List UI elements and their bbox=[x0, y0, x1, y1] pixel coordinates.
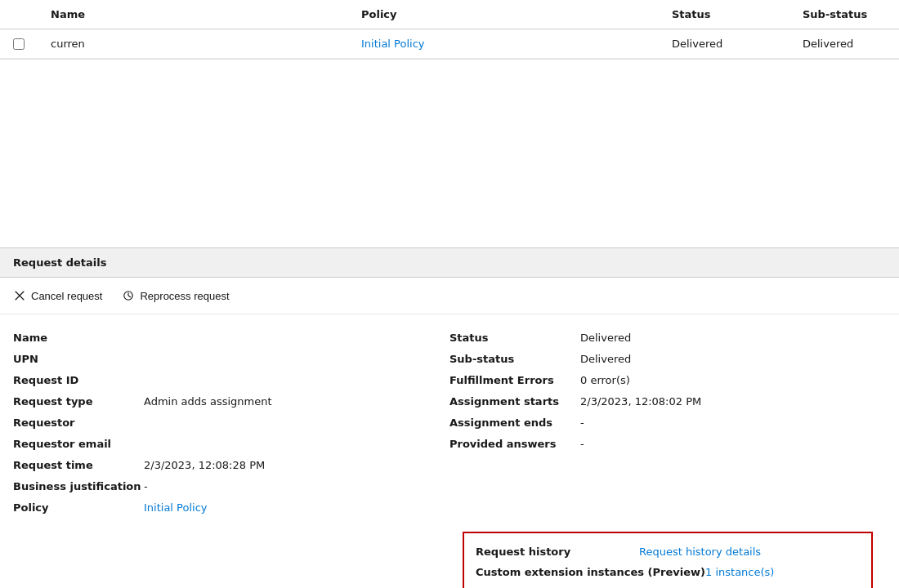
custom-extension-instances-link[interactable]: 1 instance(s) bbox=[705, 566, 774, 578]
detail-status-value: Delivered bbox=[580, 332, 631, 344]
details-left-column: Name UPN Request ID Request type Admin a… bbox=[13, 327, 450, 519]
detail-provided-answers-label: Provided answers bbox=[450, 438, 580, 450]
detail-requestor-label: Requestor bbox=[13, 416, 144, 429]
reprocess-request-button[interactable]: Reprocess request bbox=[122, 286, 229, 305]
detail-substatus-value: Delivered bbox=[580, 353, 631, 365]
col-header-policy: Policy bbox=[348, 0, 659, 29]
detail-business-justification-label: Business justification bbox=[13, 480, 144, 492]
details-right-column: Status Delivered Sub-status Delivered Fu… bbox=[450, 327, 886, 519]
detail-request-time-row: Request time 2/3/2023, 12:08:28 PM bbox=[13, 455, 450, 476]
row-status: Delivered bbox=[659, 29, 789, 59]
request-history-box: Request history Request history details … bbox=[463, 532, 873, 588]
cancel-request-button[interactable]: Cancel request bbox=[13, 286, 102, 305]
detail-requestor-email-label: Requestor email bbox=[13, 438, 144, 450]
detail-assignment-ends-label: Assignment ends bbox=[450, 416, 580, 429]
request-details-title: Request details bbox=[13, 256, 106, 269]
detail-request-type-row: Request type Admin adds assignment bbox=[13, 391, 450, 412]
detail-business-justification-row: Business justification - bbox=[13, 476, 450, 497]
details-grid: Name UPN Request ID Request type Admin a… bbox=[0, 314, 899, 532]
detail-business-justification-value: - bbox=[144, 480, 148, 492]
detail-upn-label: UPN bbox=[13, 353, 144, 365]
empty-content-area bbox=[0, 60, 899, 247]
detail-provided-answers-value: - bbox=[580, 438, 584, 450]
cancel-icon bbox=[13, 289, 26, 302]
detail-assignment-starts-row: Assignment starts 2/3/2023, 12:08:02 PM bbox=[450, 391, 886, 412]
detail-request-id-label: Request ID bbox=[13, 374, 144, 386]
row-name: curren bbox=[38, 29, 348, 59]
highlight-box-spacer bbox=[13, 532, 450, 588]
highlight-box-container: Request history Request history details … bbox=[0, 532, 899, 588]
detail-request-time-value: 2/3/2023, 12:08:28 PM bbox=[144, 459, 265, 471]
request-actions-bar: Cancel request Reprocess request bbox=[0, 278, 899, 314]
highlight-request-history-label: Request history bbox=[476, 546, 639, 558]
col-header-substatus: Sub-status bbox=[789, 0, 899, 29]
row-policy: Initial Policy bbox=[348, 29, 659, 59]
col-header-name: Name bbox=[38, 0, 348, 29]
detail-fulfillment-errors-value: 0 error(s) bbox=[580, 374, 630, 386]
detail-policy-row: Policy Initial Policy bbox=[13, 497, 450, 519]
detail-upn-row: UPN bbox=[13, 349, 450, 370]
detail-name-label: Name bbox=[13, 332, 144, 344]
detail-status-label: Status bbox=[450, 332, 580, 344]
highlight-custom-extension-row: Custom extension instances (Preview) 1 i… bbox=[476, 562, 860, 582]
assignments-table: Name Policy Status Sub-status curren Ini… bbox=[0, 0, 899, 59]
detail-status-row: Status Delivered bbox=[450, 327, 886, 349]
cancel-request-label: Cancel request bbox=[31, 290, 102, 302]
row-checkbox-cell bbox=[0, 29, 38, 59]
table-row: curren Initial Policy Delivered Delivere… bbox=[0, 29, 899, 59]
detail-requestor-email-row: Requestor email bbox=[13, 434, 450, 455]
detail-assignment-starts-value: 2/3/2023, 12:08:02 PM bbox=[580, 395, 701, 408]
detail-provided-answers-row: Provided answers - bbox=[450, 434, 886, 455]
request-details-header: Request details bbox=[0, 247, 899, 278]
detail-fulfillment-errors-label: Fulfillment Errors bbox=[450, 374, 580, 386]
detail-request-type-value: Admin adds assignment bbox=[144, 395, 272, 408]
row-substatus: Delivered bbox=[789, 29, 899, 59]
detail-name-row: Name bbox=[13, 327, 450, 349]
detail-request-type-label: Request type bbox=[13, 395, 144, 408]
detail-request-id-row: Request ID bbox=[13, 370, 450, 391]
reprocess-icon bbox=[122, 289, 135, 302]
highlight-request-history-row: Request history Request history details bbox=[476, 541, 860, 562]
detail-assignment-ends-value: - bbox=[580, 416, 584, 429]
detail-request-time-label: Request time bbox=[13, 459, 144, 471]
detail-policy-link[interactable]: Initial Policy bbox=[144, 501, 208, 514]
row-checkbox[interactable] bbox=[13, 38, 25, 50]
reprocess-request-label: Reprocess request bbox=[140, 290, 229, 302]
detail-requestor-row: Requestor bbox=[13, 412, 450, 434]
highlight-custom-extension-label: Custom extension instances (Preview) bbox=[476, 566, 705, 578]
col-header-status: Status bbox=[659, 0, 789, 29]
detail-assignment-ends-row: Assignment ends - bbox=[450, 412, 886, 434]
detail-substatus-label: Sub-status bbox=[450, 353, 580, 365]
detail-substatus-row: Sub-status Delivered bbox=[450, 349, 886, 370]
policy-link[interactable]: Initial Policy bbox=[361, 38, 425, 50]
detail-fulfillment-errors-row: Fulfillment Errors 0 error(s) bbox=[450, 370, 886, 391]
assignments-table-section: Name Policy Status Sub-status curren Ini… bbox=[0, 0, 899, 60]
detail-policy-label: Policy bbox=[13, 501, 144, 514]
request-history-details-link[interactable]: Request history details bbox=[639, 546, 761, 558]
detail-assignment-starts-label: Assignment starts bbox=[450, 395, 580, 408]
col-header-checkbox bbox=[0, 0, 38, 29]
